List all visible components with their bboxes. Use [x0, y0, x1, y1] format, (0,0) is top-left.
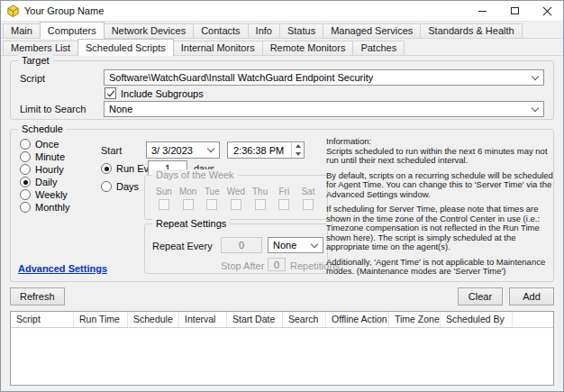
dow-sun-label: Sun: [156, 187, 172, 196]
subtab-members-list[interactable]: Members List: [3, 41, 78, 55]
table-body[interactable]: [11, 328, 553, 385]
close-button[interactable]: [531, 1, 563, 21]
dow-thu-checkbox: [255, 199, 266, 210]
column-start-date[interactable]: Start Date: [227, 312, 283, 327]
start-time-spinner[interactable]: 2:36:38 PM: [227, 141, 305, 159]
subtab-remote-monitors[interactable]: Remote Monitors: [262, 41, 354, 55]
maximize-icon: [511, 7, 519, 14]
include-subgroups-checkbox[interactable]: Include Subgroups: [105, 87, 204, 99]
include-subgroups-label: Include Subgroups: [121, 88, 204, 99]
radio-weekly[interactable]: Weekly: [20, 189, 68, 200]
dow-col-tue: Tue: [200, 187, 223, 210]
repeat-every-input: 0: [221, 237, 262, 253]
subtab-patches[interactable]: Patches: [352, 41, 405, 55]
target-group: Target Script Software\WatchGuard\Instal…: [10, 60, 554, 120]
repeat-settings-group: Repeat Settings Repeat Every 0 None Stop…: [144, 223, 328, 274]
column-search[interactable]: Search: [283, 312, 326, 327]
chevron-down-icon: [204, 143, 218, 157]
schedule-group: Schedule Once Minute Hourly Daily Weekly: [10, 129, 554, 282]
days-of-week-row: Sun Mon Tue Wed: [152, 187, 320, 210]
subtab-internal-monitors[interactable]: Internal Monitors: [173, 41, 263, 55]
dow-tue-checkbox: [206, 199, 217, 210]
maximize-button[interactable]: [498, 1, 531, 21]
repeat-every-label: Repeat Every: [152, 241, 213, 251]
radio-daily[interactable]: Daily: [20, 177, 57, 187]
chevron-down-icon: [528, 71, 542, 84]
advanced-settings-link[interactable]: Advanced Settings: [18, 263, 107, 274]
minimize-button[interactable]: [466, 1, 498, 21]
radio-icon: [20, 202, 31, 213]
column-run-time[interactable]: Run Time: [74, 312, 128, 327]
refresh-button[interactable]: Refresh: [10, 287, 65, 305]
radio-once[interactable]: Once: [20, 139, 59, 150]
radio-icon: [20, 139, 31, 150]
dow-wed-checkbox: [231, 199, 241, 210]
start-date-picker[interactable]: 3/ 3/2023: [146, 141, 220, 159]
sub-tabstrip: Members List Scheduled Scripts Internal …: [1, 39, 563, 56]
spin-down-icon[interactable]: [292, 150, 304, 159]
radio-hourly[interactable]: Hourly: [20, 164, 64, 175]
add-button[interactable]: Add: [509, 287, 554, 305]
window-title: Your Group Name: [24, 5, 104, 16]
column-offline-action[interactable]: Offline Action: [326, 312, 389, 327]
limit-to-search-combobox[interactable]: None: [104, 101, 544, 117]
dow-col-mon: Mon: [177, 187, 200, 210]
toolbar: Refresh Clear Add: [10, 287, 554, 305]
script-combobox[interactable]: Software\WatchGuard\Install WatchGuard E…: [104, 69, 544, 86]
tab-computers[interactable]: Computers: [40, 22, 105, 39]
dow-fri-checkbox: [278, 199, 289, 210]
tab-standards-health[interactable]: Standards & Health: [420, 23, 522, 38]
dow-col-thu: Thu: [249, 187, 272, 210]
tab-status[interactable]: Status: [279, 23, 323, 38]
stop-after-label: Stop After: [221, 260, 264, 271]
tab-managed-services[interactable]: Managed Services: [323, 23, 421, 38]
dow-wed-label: Wed: [227, 187, 245, 196]
radio-monthly[interactable]: Monthly: [20, 202, 70, 213]
dow-sun-checkbox: [159, 199, 169, 210]
limit-to-search-label: Limit to Search: [20, 104, 86, 114]
radio-once-label: Once: [35, 139, 59, 150]
radio-checked-icon: [20, 177, 31, 187]
info-paragraph-4: Additionally, 'Agent Time' is not applic…: [326, 258, 557, 277]
dow-col-wed: Wed: [224, 187, 248, 210]
dow-fri-label: Fri: [278, 187, 289, 196]
tab-main[interactable]: Main: [3, 23, 41, 38]
column-scheduled-by[interactable]: Scheduled By: [441, 312, 513, 327]
tab-network-devices[interactable]: Network Devices: [104, 23, 195, 38]
scheduled-scripts-table: Script Run Time Schedule Interval Start …: [10, 311, 554, 386]
tab-info[interactable]: Info: [248, 23, 280, 38]
radio-daily-label: Daily: [35, 177, 57, 187]
tab-contacts[interactable]: Contacts: [193, 23, 248, 38]
script-label: Script: [20, 73, 45, 84]
spin-up-icon[interactable]: [292, 142, 304, 150]
subtab-scheduled-scripts[interactable]: Scheduled Scripts: [77, 39, 174, 56]
scheduled-scripts-page: Target Script Software\WatchGuard\Instal…: [1, 56, 563, 391]
chevron-down-icon: [528, 103, 542, 115]
script-combobox-value: Software\WatchGuard\Install WatchGuard E…: [109, 72, 373, 83]
repeat-unit-combobox[interactable]: None: [268, 237, 323, 253]
app-icon: [6, 5, 20, 18]
schedule-info-text: Information: Scripts scheduled to run wi…: [326, 137, 557, 278]
dow-thu-label: Thu: [252, 187, 268, 196]
column-script[interactable]: Script: [11, 312, 74, 327]
column-time-zone[interactable]: Time Zone: [389, 312, 441, 327]
stop-after-value: 0: [274, 260, 279, 270]
schedule-legend: Schedule: [18, 123, 67, 134]
days-label: Days: [116, 181, 139, 192]
radio-minute[interactable]: Minute: [20, 151, 65, 162]
radio-days[interactable]: Days: [101, 181, 139, 192]
column-interval[interactable]: Interval: [179, 312, 227, 327]
clear-button[interactable]: Clear: [458, 287, 503, 305]
group-window: Your Group Name Main Computers Network D…: [0, 0, 564, 392]
column-schedule[interactable]: Schedule: [128, 312, 179, 327]
radio-weekly-label: Weekly: [35, 189, 68, 200]
repeat-settings-legend: Repeat Settings: [152, 218, 230, 229]
radio-icon: [20, 164, 31, 175]
days-of-week-legend: Days of the Week: [152, 169, 238, 180]
start-label: Start: [101, 145, 122, 156]
dow-mon-label: Mon: [179, 187, 196, 196]
repeat-unit-value: None: [273, 240, 296, 251]
target-legend: Target: [18, 55, 53, 66]
info-title: Information:: [326, 137, 557, 147]
radio-icon: [20, 189, 31, 200]
